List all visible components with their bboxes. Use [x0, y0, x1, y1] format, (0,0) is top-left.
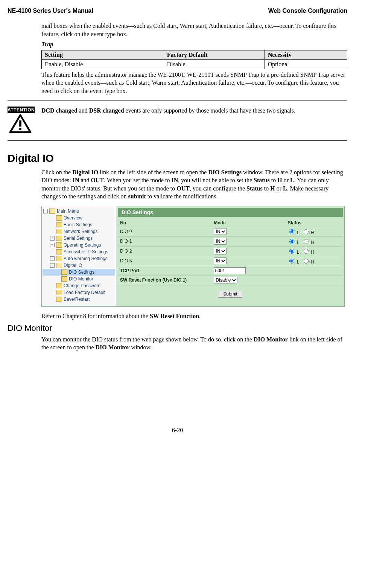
col-default: Factory Default [164, 50, 265, 59]
tree-item[interactable]: +Auto warning Settings [43, 255, 115, 262]
tree-item[interactable]: -Digital IO [43, 262, 115, 269]
tree-label: Auto warning Settings [64, 256, 108, 261]
tcp-port-cell [212, 266, 286, 275]
attention-block: ATTENTION DCD changed and DSR changed ev… [8, 107, 347, 135]
table-row: DIO 1IN L H [119, 236, 342, 246]
tree-label: DIO Monitor [69, 276, 93, 282]
tree-item[interactable]: Network Settings [43, 228, 115, 235]
status-radio-l[interactable] [289, 249, 294, 254]
intro-paragraph: mail boxes when the enabled events—such … [41, 22, 347, 38]
subsection-heading-dio-monitor: DIO Monitor [8, 323, 347, 333]
tcp-port-label: TCP Port [119, 266, 212, 275]
table-row: SW Reset Function (Use DIO 1) Disable [119, 275, 342, 285]
tree-item[interactable]: Overview [43, 215, 115, 221]
tcp-port-input[interactable] [214, 267, 246, 274]
mode-select[interactable]: IN [214, 238, 227, 245]
tree-item[interactable]: +Serial Settings [43, 235, 115, 242]
status-radio-group: L H [286, 236, 342, 246]
tree-label: Digital IO [64, 263, 82, 268]
folder-open-icon [56, 263, 62, 268]
folder-icon [56, 222, 62, 227]
cell-setting: Enable, Disable [42, 59, 164, 69]
status-radio-h[interactable] [304, 239, 309, 244]
table-row: DIO 0IN L H [119, 227, 342, 236]
tree-item[interactable]: DIO Settings [43, 269, 115, 276]
dio-no: DIO 3 [119, 256, 212, 266]
status-radio-h[interactable] [304, 259, 309, 264]
status-radio-l[interactable] [289, 259, 294, 264]
dio-no: DIO 2 [119, 246, 212, 256]
status-radio-h[interactable] [304, 229, 309, 234]
status-radio-h[interactable] [304, 249, 309, 254]
folder-icon [56, 256, 62, 261]
svg-rect-1 [19, 120, 21, 126]
folder-icon [56, 249, 62, 254]
sw-reset-label: SW Reset Function (Use DIO 1) [119, 275, 212, 285]
tree-label: Operating Settings [64, 242, 101, 248]
tree-item[interactable]: DIO Monitor [43, 276, 115, 282]
folder-icon [56, 283, 62, 288]
tree-item[interactable]: +Operating Settings [43, 242, 115, 248]
sw-reset-select[interactable]: Disable [214, 277, 237, 283]
col-no: No. [119, 219, 212, 227]
tree-label: Basic Settings [64, 222, 92, 227]
tree-label: DIO Settings [69, 270, 94, 275]
folder-icon [56, 236, 62, 241]
tree-item[interactable]: Accessible IP Settings [43, 248, 115, 255]
trap-title: Trap [41, 40, 347, 49]
warning-triangle-icon [8, 114, 33, 134]
tree-label: Network Settings [64, 229, 98, 234]
status-radio-l[interactable] [289, 229, 294, 234]
table-row: Setting Factory Default Necessity [42, 50, 347, 59]
folder-icon [56, 297, 62, 302]
mode-select[interactable]: IN [214, 248, 227, 254]
cell-necessity: Optional [265, 59, 347, 69]
col-necessity: Necessity [265, 50, 347, 59]
folder-icon [56, 215, 62, 221]
page-number: 6-20 [8, 427, 347, 434]
tree-item[interactable]: Basic Settings [43, 221, 115, 228]
submit-button[interactable]: Submit [218, 290, 242, 298]
folder-icon [56, 229, 62, 234]
sw-reset-cell: Disable [212, 275, 286, 285]
tree-item[interactable]: Load Factory Default [43, 289, 115, 296]
tree-label: Main Menu [57, 209, 79, 214]
status-radio-l[interactable] [289, 239, 294, 244]
mode-select[interactable]: IN [214, 228, 227, 235]
digital-io-paragraph: Click on the Digital IO link on the left… [41, 168, 347, 201]
table-row: DIO 2IN L H [119, 246, 342, 256]
folder-icon [56, 242, 62, 248]
folder-icon [61, 276, 67, 282]
nav-tree: - Main Menu OverviewBasic SettingsNetwor… [42, 206, 116, 306]
dio-settings-screenshot: - Main Menu OverviewBasic SettingsNetwor… [41, 206, 347, 307]
col-status: Status [286, 219, 342, 227]
mode-select[interactable]: IN [214, 257, 227, 264]
page-header: NE-4100 Series User's Manual Web Console… [8, 8, 347, 14]
bold-text: DCD changed [41, 107, 78, 114]
divider [8, 101, 347, 101]
tree-item[interactable]: Change Password [43, 282, 115, 289]
collapse-icon[interactable]: - [43, 209, 48, 213]
table-row: DIO 3IN L H [119, 256, 342, 266]
table-row: Enable, Disable Disable Optional [42, 59, 347, 69]
divider [8, 140, 347, 141]
cell-default: Disable [164, 59, 265, 69]
dio-no: DIO 0 [119, 227, 212, 236]
col-setting: Setting [42, 50, 164, 59]
tree-label: Change Password [64, 283, 100, 288]
tree-label: Load Factory Default [64, 290, 105, 295]
attention-icon: ATTENTION [8, 107, 35, 135]
panel-title: DIO Settings [118, 208, 343, 217]
expand-icon[interactable]: + [50, 236, 55, 241]
dio-table: No. Mode Status DIO 0IN L HDIO 1IN L HDI… [119, 219, 342, 285]
status-radio-group: L H [286, 256, 342, 266]
tree-root[interactable]: - Main Menu [43, 208, 115, 215]
table-row: No. Mode Status [119, 219, 342, 227]
collapse-icon[interactable]: - [50, 263, 55, 268]
attention-text: DCD changed and DSR changed events are o… [41, 107, 295, 115]
tree-label: Serial Settings [64, 236, 93, 241]
expand-icon[interactable]: + [50, 256, 55, 261]
expand-icon[interactable]: + [50, 243, 55, 247]
tree-item[interactable]: Save/Restart [43, 296, 115, 303]
after-screenshot-note: Refer to Chapter 8 for information about… [41, 312, 347, 320]
